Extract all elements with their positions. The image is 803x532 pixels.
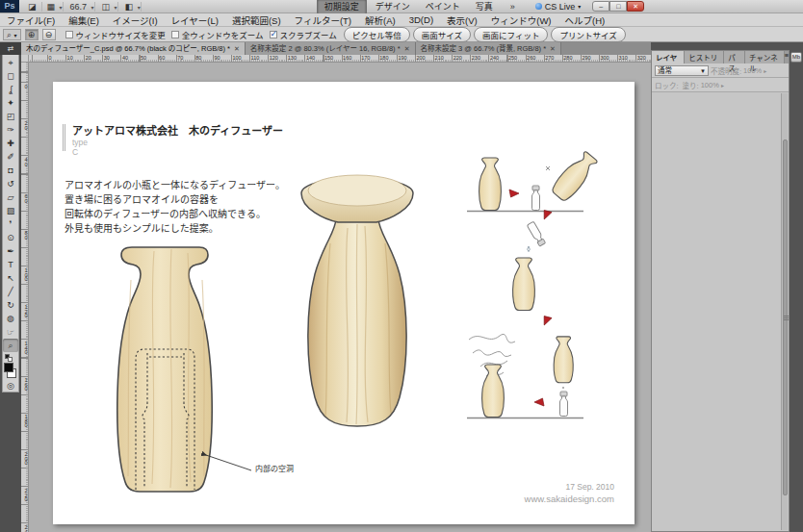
menu-item[interactable]: 3D(D): [402, 14, 440, 25]
restore-button[interactable]: □: [609, 1, 627, 12]
document-page: アットアロマ株式会社 木のディフューザー type C アロマオイルの小瓶と一体…: [53, 82, 635, 524]
mini-bridge-icon[interactable]: Mb: [790, 52, 802, 63]
document-tab[interactable]: 木のディフューザー_C.psd @ 66.7% (black のコピー, RGB…: [21, 42, 246, 55]
panel-tab[interactable]: ヒストリー: [685, 51, 724, 63]
checkbox-label: スクラブズーム: [280, 29, 337, 40]
3d-orbit-tool[interactable]: ◍: [3, 312, 18, 325]
rendered-diffuser: [272, 161, 442, 432]
quick-selection-tool[interactable]: ✦: [3, 96, 18, 110]
dodge-tool[interactable]: ⊙: [3, 231, 18, 244]
workspace-overflow-button[interactable]: »: [504, 1, 522, 13]
foreground-color-swatch[interactable]: [4, 363, 13, 372]
hand-tool[interactable]: ☞: [3, 325, 18, 339]
fill-value[interactable]: 100%: [701, 81, 719, 89]
scrollbar-thumb[interactable]: [783, 139, 788, 495]
checkbox-icon[interactable]: [171, 31, 179, 38]
lock-row: ロック: 塗り: 100% ▸: [652, 78, 789, 92]
panel-tab[interactable]: レイヤー: [652, 51, 685, 63]
pen-tool[interactable]: ✒: [3, 244, 18, 258]
workspace-button[interactable]: ペイント: [419, 0, 467, 13]
menu-item[interactable]: 編集(E): [62, 13, 106, 27]
option-button[interactable]: 画面にフィット: [474, 27, 548, 42]
checkbox-icon[interactable]: [65, 31, 73, 38]
close-button[interactable]: ✕: [627, 1, 644, 12]
ruler-number: 260: [527, 55, 535, 61]
ruler-number: 170: [361, 55, 370, 61]
opacity-value[interactable]: 100%: [743, 66, 762, 75]
option-button[interactable]: ピクセル等倍: [344, 27, 410, 42]
launch-bridge-icon[interactable]: ◪: [23, 2, 42, 12]
zoom-tool[interactable]: ⌕: [3, 339, 18, 352]
lasso-tool[interactable]: ʆ: [3, 83, 18, 96]
menu-item[interactable]: 表示(V): [440, 13, 484, 27]
option-button[interactable]: プリントサイズ: [551, 27, 625, 42]
zoom-tool-preset[interactable]: ⌕ ▾: [3, 29, 21, 40]
cs-live-label: CS Live: [545, 2, 576, 12]
opacity-spinner-icon[interactable]: ▸: [764, 67, 766, 74]
3d-rotate-tool[interactable]: ↻: [3, 298, 18, 312]
menu-item[interactable]: ヘルプ(H): [558, 13, 612, 27]
blend-mode-select[interactable]: 通常 ▼: [655, 65, 709, 76]
close-icon[interactable]: ✕: [234, 43, 240, 55]
workspace-button[interactable]: デザイン: [369, 0, 417, 13]
type-tool[interactable]: T: [3, 258, 18, 271]
menu-item[interactable]: 選択範囲(S): [225, 13, 288, 27]
rectangular-marquee-tool[interactable]: ◻: [3, 69, 18, 83]
menu-item[interactable]: ウィンドウ(W): [484, 13, 558, 27]
ruler-number: 0: [49, 55, 52, 61]
line-tool[interactable]: ╱: [3, 285, 18, 298]
chevron-down-icon: ▾: [115, 5, 117, 11]
eraser-tool[interactable]: ▱: [3, 190, 18, 204]
brush-tool[interactable]: ✐: [3, 150, 18, 164]
panel-menu-icon[interactable]: ≡: [785, 51, 789, 63]
panel-tab[interactable]: チャンネル: [745, 51, 785, 63]
menu-item[interactable]: ファイル(F): [0, 13, 62, 27]
description-line: 回転体のディフューザーの内部へ収納できる。: [65, 207, 285, 221]
fill-spinner-icon[interactable]: ▸: [721, 82, 724, 89]
color-swatches[interactable]: ◎: [3, 354, 18, 392]
ruler-number: 30: [104, 55, 110, 61]
ruler-number: 220: [21, 488, 29, 501]
ruler-number: 140: [21, 341, 29, 354]
option-button[interactable]: 画面サイズ: [413, 27, 471, 42]
ruler-number: 230: [472, 55, 480, 61]
crop-tool[interactable]: ◰: [3, 110, 18, 123]
menu-item[interactable]: イメージ(I): [106, 13, 165, 27]
history-brush-tool[interactable]: ↺: [3, 177, 18, 190]
website-text: www.sakaidesign.com: [525, 493, 614, 505]
zoom-in-mode-button[interactable]: ⊕: [25, 29, 39, 40]
ruler-number: 200: [417, 55, 426, 61]
minimize-button[interactable]: –: [592, 1, 609, 12]
panel-tab[interactable]: パス: [724, 51, 745, 63]
document-tab[interactable]: 名称未設定 3 @ 66.7% (背景, RGB/8) *✕: [416, 42, 561, 55]
move-tool[interactable]: ⌖: [3, 56, 18, 69]
option-checkbox[interactable]: ウィンドウサイズを変更: [65, 29, 166, 40]
eyedropper-tool[interactable]: ✑: [3, 123, 18, 137]
workspace-button[interactable]: 写真: [469, 0, 500, 13]
clone-stamp-tool[interactable]: ◘: [3, 164, 18, 177]
option-checkbox[interactable]: 全ウィンドウをズーム: [171, 29, 264, 40]
checkbox-icon[interactable]: [270, 31, 277, 38]
document-tab[interactable]: 名称未設定 2 @ 80.3% (レイヤー 16, RGB/8) *✕: [246, 42, 416, 55]
quick-mask-icon[interactable]: ◎: [3, 380, 18, 392]
gradient-tool[interactable]: ▧: [3, 204, 18, 217]
layers-scrollbar[interactable]: [781, 93, 788, 530]
tools-dock-header[interactable]: ⇄: [0, 42, 21, 55]
ruler-number: 60: [21, 193, 29, 202]
zoom-out-mode-button[interactable]: ⊖: [42, 29, 56, 40]
ruler-number: 180: [379, 55, 388, 61]
default-colors-icon[interactable]: [5, 354, 14, 362]
option-checkbox[interactable]: スクラブズーム: [270, 29, 337, 40]
menu-item[interactable]: フィルター(T): [288, 13, 358, 27]
close-icon[interactable]: ✕: [404, 43, 410, 55]
spot-healing-brush-tool[interactable]: ✚: [3, 137, 18, 150]
usage-sequence-diagram: [461, 151, 636, 442]
menu-item[interactable]: レイヤー(L): [165, 13, 225, 27]
blur-tool[interactable]: ❜: [3, 217, 18, 231]
path-selection-tool[interactable]: ↖: [3, 271, 18, 285]
diffuser-lifted: [550, 151, 600, 203]
cs-live-button[interactable]: CS Live ▾: [535, 2, 582, 12]
close-icon[interactable]: ✕: [550, 43, 556, 55]
zoom-level-field[interactable]: 66.7: [65, 2, 95, 12]
menu-item[interactable]: 解析(A): [358, 13, 402, 27]
